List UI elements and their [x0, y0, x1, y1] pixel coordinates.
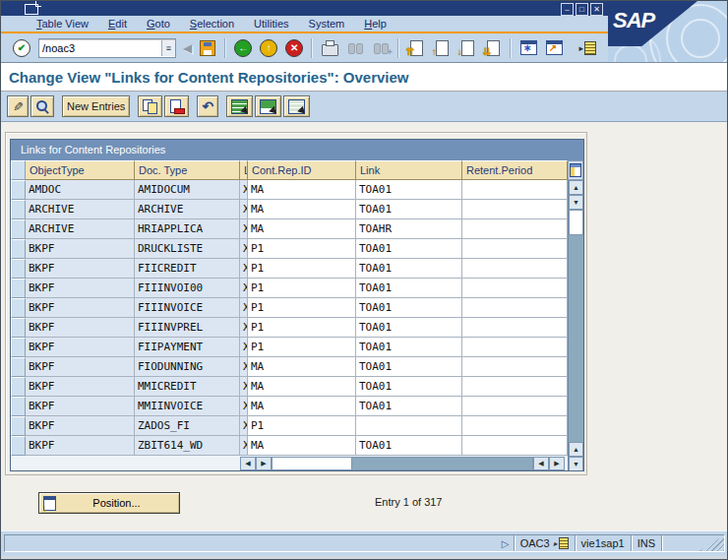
first-page-button[interactable]: ⇈ [405, 37, 427, 59]
table-cell[interactable]: P1 [248, 298, 356, 318]
table-cell[interactable]: X [240, 180, 248, 200]
row-select-button[interactable] [11, 200, 26, 219]
find-next-button[interactable]: + [370, 37, 392, 59]
table-cell[interactable]: BKPF [26, 377, 135, 397]
table-cell[interactable]: X [240, 318, 248, 338]
table-cell[interactable]: TOA01 [356, 436, 462, 456]
toggle-display-change-button[interactable]: ✎ [7, 95, 29, 117]
collapse-command-field-icon[interactable]: ◀ [183, 41, 192, 55]
maximize-button[interactable]: □ [576, 3, 588, 16]
row-select-button[interactable] [11, 338, 26, 357]
new-entries-button[interactable]: New Entries [62, 95, 130, 117]
table-cell[interactable]: TOA01 [356, 259, 462, 279]
table-cell[interactable] [462, 416, 568, 436]
column-header-doc-type[interactable]: Doc. Type [135, 160, 240, 180]
table-cell[interactable]: FIIPAYMENT [135, 338, 240, 357]
table-config-button[interactable] [568, 160, 583, 180]
table-cell[interactable]: X [240, 239, 248, 259]
table-cell[interactable]: X [240, 298, 248, 318]
table-cell[interactable]: TOA01 [356, 180, 462, 200]
layout-menu-button[interactable]: ▸ [578, 41, 596, 55]
table-cell[interactable]: AMIDOCUM [135, 180, 240, 200]
table-cell[interactable]: BKPF [26, 279, 135, 298]
hscroll-thumb[interactable] [273, 458, 352, 469]
table-cell[interactable]: FIODUNNING [135, 357, 240, 377]
table-cell[interactable]: P1 [248, 338, 356, 357]
back-button[interactable]: ← [232, 37, 254, 59]
row-select-button[interactable] [11, 397, 26, 416]
table-cell[interactable]: P1 [248, 416, 356, 436]
window-menu-icon[interactable] [25, 4, 38, 15]
table-cell[interactable]: MMIINVOICE [135, 397, 240, 416]
table-cell[interactable]: BKPF [26, 357, 135, 377]
command-field[interactable] [39, 40, 161, 56]
row-select-button[interactable] [11, 416, 26, 436]
table-cell[interactable]: FIIINVOI00 [135, 279, 240, 298]
table-cell[interactable]: X [240, 219, 248, 239]
vscroll-down-button[interactable]: ▼ [569, 195, 583, 210]
table-cell[interactable]: X [240, 279, 248, 298]
table-cell[interactable]: MA [248, 180, 356, 200]
table-cell[interactable]: FIICREDIT [135, 259, 240, 279]
row-select-button[interactable] [11, 219, 26, 239]
table-cell[interactable] [462, 200, 568, 219]
column-header-link[interactable]: Link [356, 160, 462, 180]
table-cell[interactable]: TOA01 [356, 357, 462, 377]
undo-button[interactable]: ↶ [197, 95, 218, 117]
print-button[interactable] [319, 37, 340, 59]
resize-grip[interactable] [699, 535, 724, 551]
vscroll-track[interactable] [569, 235, 583, 442]
table-cell[interactable] [462, 318, 568, 338]
table-cell[interactable]: X [240, 259, 248, 279]
table-cell[interactable]: ZBIT614_WD [135, 436, 240, 456]
hscroll-left-button[interactable]: ◀ [240, 457, 256, 470]
table-cell[interactable] [356, 416, 462, 436]
table-cell[interactable]: P1 [248, 318, 356, 338]
table-cell[interactable] [462, 239, 568, 259]
vscroll-thumb[interactable] [569, 210, 583, 235]
table-cell[interactable] [462, 357, 568, 377]
position-button[interactable]: ↓ Position... [38, 492, 180, 514]
column-header-l[interactable]: L [240, 160, 248, 180]
table-cell[interactable] [462, 338, 568, 357]
table-cell[interactable]: BKPF [26, 259, 135, 279]
table-cell[interactable]: HRIAPPLICA [135, 219, 240, 239]
table-cell[interactable]: TOA01 [356, 318, 462, 338]
menu-edit[interactable]: Edit [98, 18, 137, 30]
row-select-button[interactable] [11, 318, 26, 338]
table-cell[interactable]: MA [248, 357, 356, 377]
row-select-button[interactable] [11, 436, 26, 456]
cancel-button[interactable]: ✕ [283, 37, 305, 59]
table-cell[interactable]: X [240, 397, 248, 416]
table-cell[interactable]: BKPF [26, 436, 135, 456]
table-cell[interactable]: BKPF [26, 318, 135, 338]
table-cell[interactable]: TOA01 [356, 200, 462, 219]
menu-selection[interactable]: Selection [180, 18, 244, 30]
hscroll-right-button-2[interactable]: ▶ [549, 457, 565, 470]
vscroll-up-button[interactable]: ▲ [569, 180, 583, 195]
command-history-icon[interactable]: ≡ [161, 40, 175, 56]
table-cell[interactable]: BKPF [26, 416, 135, 436]
row-select-button[interactable] [11, 377, 26, 397]
table-cell[interactable]: TOA01 [356, 279, 462, 298]
status-expand-icon[interactable]: ▷ [498, 535, 514, 551]
table-cell[interactable]: TOAHR [356, 219, 462, 239]
table-cell[interactable]: MA [248, 377, 356, 397]
new-session-button[interactable]: ∗ [517, 37, 539, 59]
table-cell[interactable]: P1 [248, 279, 356, 298]
column-header-objecttype[interactable]: ObjectType [26, 160, 135, 180]
menu-table-view[interactable]: Table View [27, 18, 98, 30]
table-cell[interactable]: TOA01 [356, 397, 462, 416]
select-all-corner[interactable] [11, 160, 26, 180]
table-cell[interactable] [462, 377, 568, 397]
column-header-cont-rep-id[interactable]: Cont.Rep.ID [248, 160, 356, 180]
hscroll-right-button[interactable]: ▶ [256, 457, 272, 470]
table-cell[interactable]: TOA01 [356, 377, 462, 397]
table-cell[interactable]: BKPF [26, 239, 135, 259]
table-cell[interactable]: MA [248, 397, 356, 416]
row-select-button[interactable] [11, 298, 26, 318]
table-cell[interactable] [462, 180, 568, 200]
table-cell[interactable]: X [240, 416, 248, 436]
table-cell[interactable]: BKPF [26, 338, 135, 357]
table-cell[interactable]: X [240, 338, 248, 357]
